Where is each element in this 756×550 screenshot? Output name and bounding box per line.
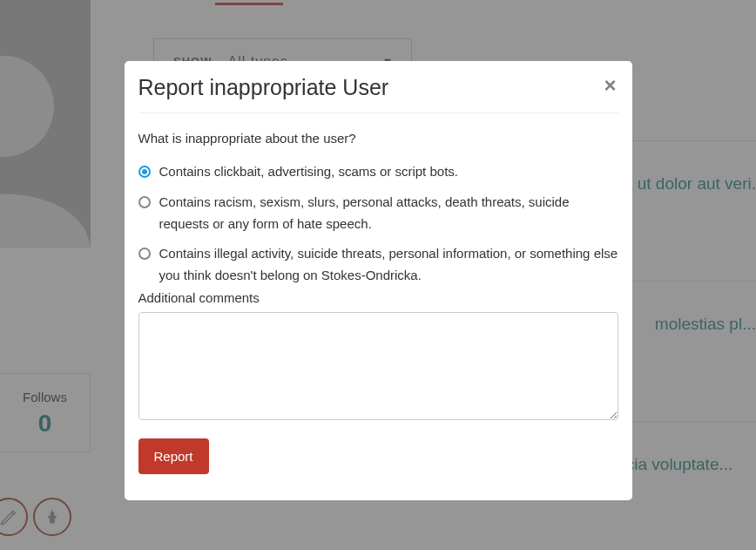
reason-option[interactable]: Contains illegal activity, suicide threa… <box>138 243 618 287</box>
modal-header: Report inappropriate User × <box>138 75 618 113</box>
reason-radio[interactable] <box>138 166 151 178</box>
reason-option[interactable]: Contains clickbait, advertising, scams o… <box>138 161 618 183</box>
reason-option[interactable]: Contains racism, sexism, slurs, personal… <box>138 192 618 235</box>
reason-radio[interactable] <box>138 196 151 208</box>
modal-overlay[interactable]: Report inappropriate User × What is inap… <box>0 0 756 550</box>
reason-radio-group: Contains clickbait, advertising, scams o… <box>138 161 618 287</box>
modal-body: What is inappropriate about the user? Co… <box>138 113 618 474</box>
report-modal: Report inappropriate User × What is inap… <box>125 61 632 500</box>
comments-label: Additional comments <box>138 290 618 305</box>
reason-radio[interactable] <box>138 248 151 260</box>
report-button[interactable]: Report <box>138 438 209 474</box>
modal-question: What is inappropriate about the user? <box>138 131 618 146</box>
close-button[interactable]: × <box>602 75 618 96</box>
reason-label: Contains racism, sexism, slurs, personal… <box>159 192 618 235</box>
close-icon: × <box>604 73 616 97</box>
reason-label: Contains clickbait, advertising, scams o… <box>159 161 458 183</box>
reason-label: Contains illegal activity, suicide threa… <box>159 243 618 287</box>
modal-title: Report inappropriate User <box>138 75 389 100</box>
comments-textarea[interactable] <box>138 312 618 420</box>
